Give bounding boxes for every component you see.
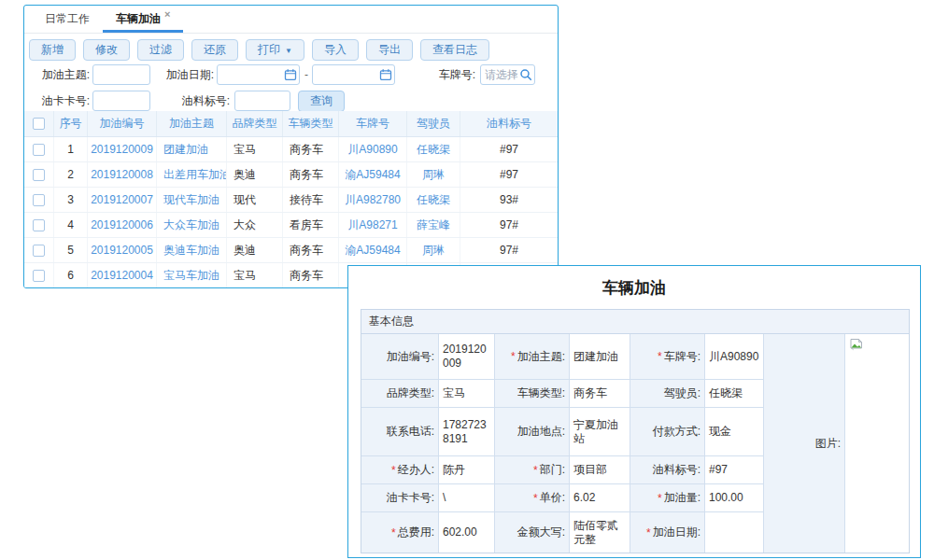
field-value: 17827238191: [439, 408, 495, 456]
filter-button[interactable]: 过滤: [137, 39, 184, 61]
row-checkbox[interactable]: [33, 219, 45, 231]
subject-field-wrap: [92, 64, 150, 85]
field-value: 团建加油: [570, 334, 630, 380]
driver-link[interactable]: 薛宝峰: [417, 217, 450, 233]
plate-link[interactable]: 川A90890: [347, 142, 397, 158]
field-value: 602.00: [439, 512, 495, 553]
table-row: 2 2019120008 出差用车加油 奥迪 商务车 渝AJ59484 周琳 #…: [24, 162, 558, 188]
card-label: 油卡卡号:: [32, 91, 90, 111]
select-all-checkbox[interactable]: [33, 118, 45, 130]
tab-daily-work[interactable]: 日常工作: [32, 6, 103, 33]
fuel-id-link[interactable]: 2019120006: [91, 218, 153, 231]
field-label: 油卡卡号:: [361, 484, 439, 512]
edit-button[interactable]: 修改: [83, 39, 130, 61]
table-row: 5 2019120005 奥迪车加油 奥迪 商务车 渝AJ59484 周琳 97…: [24, 238, 558, 263]
calendar-icon[interactable]: [379, 68, 392, 81]
subject-link[interactable]: 出差用车加油: [163, 167, 227, 183]
date-label: 加油日期:: [160, 64, 214, 85]
subject-input[interactable]: [92, 64, 150, 85]
field-value: 陈丹: [439, 456, 495, 484]
col-grade: 油料标号: [460, 111, 558, 136]
basic-info-fieldset: 基本信息 加油编号: 2019120009 *加油主题: 团建加油 *车牌号: …: [361, 309, 910, 553]
field-value: 宝马: [439, 380, 495, 408]
row-checkbox[interactable]: [33, 144, 45, 156]
field-label: *加油主题:: [495, 334, 570, 380]
subject-link[interactable]: 大众车加油: [163, 217, 219, 233]
export-button[interactable]: 导出: [366, 39, 413, 61]
required-marker: *: [391, 526, 396, 539]
import-button[interactable]: 导入: [312, 39, 359, 61]
search-icon[interactable]: [519, 68, 532, 81]
field-value: [705, 512, 764, 553]
row-checkbox[interactable]: [33, 169, 45, 181]
subject-link[interactable]: 宝马车加油: [163, 268, 219, 284]
plate-label: 车牌号:: [421, 64, 475, 85]
field-value: 川A90890: [705, 334, 764, 380]
field-value: 100.00: [705, 484, 764, 512]
field-value: 商务车: [570, 380, 630, 408]
subject-label: 加油主题:: [36, 64, 90, 85]
plate-link[interactable]: 川A98271: [347, 217, 397, 233]
driver-link[interactable]: 周琳: [422, 243, 445, 259]
page-title: 车辆加油: [348, 277, 920, 299]
toolbar: 新增 修改 过滤 还原 打印▼ 导入 导出 查看日志: [29, 39, 497, 61]
row-checkbox[interactable]: [33, 270, 45, 282]
close-icon[interactable]: ×: [164, 8, 170, 20]
field-value: 2019120009: [439, 334, 495, 380]
fuel-id-link[interactable]: 2019120007: [91, 193, 153, 206]
print-button[interactable]: 打印▼: [246, 39, 304, 61]
subject-link[interactable]: 团建加油: [163, 142, 208, 158]
field-value: 现金: [705, 408, 764, 456]
grade-label: 油料标号:: [172, 91, 230, 111]
vehicle-fuel-list-panel: 日常工作 车辆加油× 新增 修改 过滤 还原 打印▼ 导入 导出 查看日志 加油…: [23, 5, 559, 288]
date-to-wrap: [312, 64, 395, 85]
row-checkbox[interactable]: [33, 245, 45, 257]
required-marker: *: [391, 464, 396, 477]
field-label: *加油量:: [630, 484, 705, 512]
field-label: 品牌类型:: [361, 380, 439, 408]
col-plate: 车牌号: [339, 111, 407, 136]
image-label: 图片:: [764, 334, 845, 553]
driver-link[interactable]: 任晓渠: [417, 142, 450, 158]
restore-button[interactable]: 还原: [191, 39, 238, 61]
plate-link[interactable]: 渝AJ59484: [345, 243, 400, 259]
table-row: 3 2019120007 现代车加油 现代 接待车 川A982780 任晓渠 9…: [24, 188, 558, 213]
col-subject: 加油主题: [157, 111, 227, 136]
plate-link[interactable]: 川A982780: [345, 192, 401, 208]
required-marker: *: [658, 350, 662, 363]
field-label: 联系电话:: [361, 408, 439, 456]
subject-link[interactable]: 奥迪车加油: [163, 243, 219, 259]
field-label: *总费用:: [361, 512, 439, 553]
field-label: *单价:: [495, 484, 570, 512]
tab-label: 日常工作: [45, 12, 90, 25]
fuel-id-link[interactable]: 2019120004: [91, 269, 153, 282]
plate-field-wrap: [480, 64, 535, 85]
date-separator: -: [304, 64, 308, 85]
tab-label: 车辆加油: [116, 12, 161, 25]
fuel-id-link[interactable]: 2019120008: [91, 168, 153, 181]
fuel-id-link[interactable]: 2019120009: [91, 143, 153, 156]
field-label: 加油地点:: [495, 408, 570, 456]
required-marker: *: [511, 350, 516, 363]
view-log-button[interactable]: 查看日志: [420, 39, 489, 61]
fuel-detail-dialog: 车辆加油 基本信息 加油编号: 2019120009 *加油主题: 团建加油 *…: [347, 265, 921, 558]
add-button[interactable]: 新增: [29, 39, 76, 61]
field-label: 金额大写:: [495, 512, 570, 553]
driver-link[interactable]: 任晓渠: [417, 192, 450, 208]
field-label: 加油编号:: [361, 334, 439, 380]
tab-bar: 日常工作 车辆加油×: [24, 6, 558, 34]
query-button[interactable]: 查询: [298, 91, 345, 112]
grade-input[interactable]: [234, 91, 290, 111]
subject-link[interactable]: 现代车加油: [163, 192, 219, 208]
driver-link[interactable]: 周琳: [422, 167, 445, 183]
plate-link[interactable]: 渝AJ59484: [345, 167, 400, 183]
calendar-icon[interactable]: [284, 68, 297, 81]
col-fuel-id: 加油编号: [88, 111, 157, 136]
row-checkbox[interactable]: [33, 194, 45, 206]
field-value: 6.02: [570, 484, 630, 512]
fuel-id-link[interactable]: 2019120005: [91, 244, 153, 257]
card-field-wrap: [92, 91, 150, 111]
field-label: *经办人:: [361, 456, 439, 484]
card-input[interactable]: [92, 91, 150, 111]
tab-vehicle-fuel[interactable]: 车辆加油×: [103, 6, 183, 33]
